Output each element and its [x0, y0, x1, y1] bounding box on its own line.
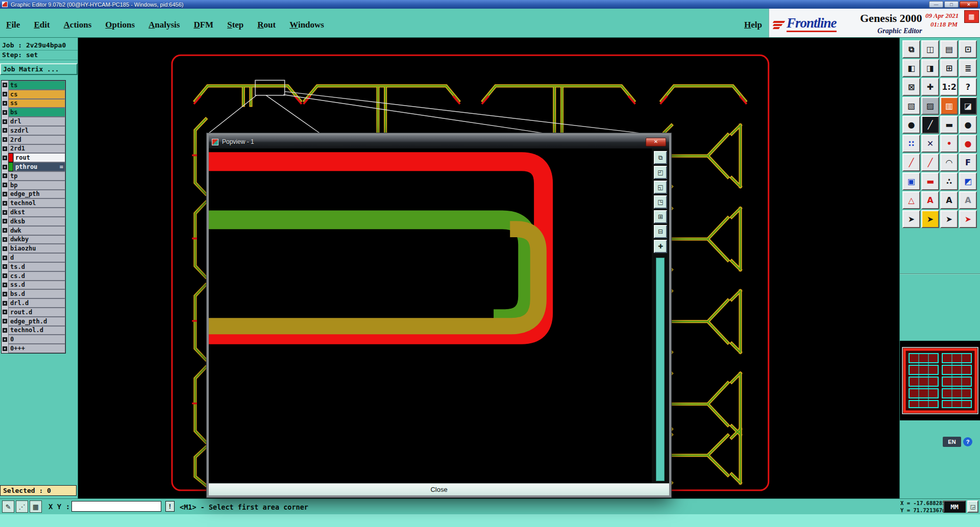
popview-close-button[interactable]: Close	[209, 483, 669, 495]
popview-first-icon[interactable]: ◰	[654, 166, 667, 179]
menu-item-dfm[interactable]: DFM	[193, 20, 213, 30]
delete-mode-icon[interactable]: ✕	[921, 135, 939, 153]
layer-row-d[interactable]: d	[2, 253, 65, 262]
xy-input[interactable]	[71, 501, 161, 512]
layer-row-tp[interactable]: tp	[2, 171, 65, 181]
layer-row-dksb[interactable]: dksb	[2, 217, 65, 226]
active-layer-icon[interactable]: ▥	[940, 97, 958, 115]
layer-row-dwkby[interactable]: dwkby	[2, 235, 65, 244]
pad-display-icon[interactable]: ●	[902, 116, 920, 134]
draw-tool-icon[interactable]: ✎	[2, 500, 14, 513]
dfm-triangle-icon[interactable]: △	[902, 191, 920, 209]
layer-row-cs-d[interactable]: cs.d	[2, 271, 65, 281]
menu-item-edit[interactable]: Edit	[34, 20, 50, 30]
layer-row-bs-d[interactable]: bs.d	[2, 289, 65, 298]
layer-row-rout[interactable]: rout	[2, 153, 65, 162]
overview-thumbnail[interactable]	[902, 347, 978, 414]
layer-row-ts[interactable]: ts	[2, 81, 65, 90]
layer-row-biaozhu[interactable]: biaozhu	[2, 244, 65, 253]
layer-visibility-checkbox[interactable]	[3, 110, 7, 115]
minimize-button[interactable]: —	[929, 1, 943, 8]
pan-left-icon[interactable]: ◧	[902, 59, 920, 77]
new-screen-icon[interactable]: ⧉	[902, 40, 920, 58]
layer-visibility-checkbox[interactable]	[3, 292, 7, 296]
layer-visibility-checkbox[interactable]	[3, 237, 7, 242]
layer-visibility-checkbox[interactable]	[3, 146, 7, 151]
layer-visibility-checkbox[interactable]	[3, 92, 7, 96]
text-box-icon[interactable]: A	[940, 191, 958, 209]
zoom-center-icon[interactable]: ✚	[921, 78, 939, 96]
layer-row-0[interactable]: 0+++	[2, 344, 65, 353]
layer-visibility-checkbox[interactable]	[3, 83, 7, 87]
pan-right-icon[interactable]: ◨	[921, 59, 939, 77]
menu-item-options[interactable]: Options	[105, 20, 135, 30]
pattern-fill-icon[interactable]: ▨	[921, 97, 939, 115]
zoom-ratio-button[interactable]: 1:2	[940, 78, 958, 96]
menu-item-file[interactable]: File	[6, 20, 20, 30]
trace-display-icon[interactable]: ╱	[921, 116, 939, 134]
ime-help-icon[interactable]: ?	[963, 437, 972, 446]
table-tool-icon[interactable]: ▦	[30, 500, 42, 513]
layer-visibility-checkbox[interactable]	[3, 137, 7, 142]
layer-row-technol[interactable]: technol	[2, 198, 65, 208]
layer-visibility-checkbox[interactable]	[3, 310, 7, 314]
snap-grid-icon[interactable]: ∷	[902, 135, 920, 153]
layer-visibility-checkbox[interactable]	[3, 128, 7, 133]
layer-row-technol-d[interactable]: technol.d	[2, 326, 65, 335]
menu-item-help[interactable]: Help	[744, 20, 762, 30]
cascade-windows-icon[interactable]: ≣	[959, 59, 977, 77]
highlight-point-icon[interactable]: •	[940, 135, 958, 153]
layer-row-drl-d[interactable]: drl.d	[2, 298, 65, 308]
layer-visibility-checkbox[interactable]	[3, 319, 7, 323]
draw-line-icon[interactable]: ╱	[902, 154, 920, 171]
draw-arc-icon[interactable]: ◠	[940, 154, 958, 171]
layer-visibility-checkbox[interactable]	[3, 192, 7, 196]
point-display-icon[interactable]: ●	[959, 116, 977, 134]
layer-row-ss-d[interactable]: ss.d	[2, 281, 65, 290]
layer-visibility-checkbox[interactable]	[3, 283, 7, 287]
popview-zoom-out-icon[interactable]: ⊟	[654, 225, 667, 238]
layer-row-2rd1[interactable]: 2rd1	[2, 144, 65, 154]
layer-row-bp[interactable]: bp	[2, 181, 65, 190]
menu-item-actions[interactable]: Actions	[64, 20, 92, 30]
duplicate-screen-icon[interactable]: ◫	[921, 40, 939, 58]
layer-row-drl[interactable]: drl	[2, 117, 65, 126]
netlist-icon[interactable]: ▧	[902, 97, 920, 115]
layer-row-dkst[interactable]: dkst	[2, 208, 65, 217]
select-tool-icon[interactable]: ➤	[902, 210, 920, 228]
select-tool-active-icon[interactable]: ➤	[921, 210, 939, 228]
layer-visibility-checkbox[interactable]	[3, 210, 7, 215]
menu-item-windows[interactable]: Windows	[289, 20, 324, 30]
popview-scrollbar[interactable]	[656, 258, 665, 481]
layer-visibility-checkbox[interactable]	[3, 173, 7, 178]
dot-grid-icon[interactable]: ∴	[940, 172, 958, 190]
help-button[interactable]: ?	[959, 78, 977, 96]
language-badge[interactable]: EN	[943, 437, 961, 447]
layer-visibility-checkbox[interactable]	[3, 301, 7, 306]
layer-visibility-checkbox[interactable]	[3, 246, 7, 251]
flatten-icon[interactable]: F	[959, 154, 977, 171]
layer-visibility-checkbox[interactable]	[3, 156, 7, 160]
snap-tool-icon[interactable]: ⋰	[16, 500, 28, 513]
select-point-icon[interactable]: ●	[959, 135, 977, 153]
origin-anchor-icon[interactable]: ▣	[902, 172, 920, 190]
menu-item-analysis[interactable]: Analysis	[149, 20, 180, 30]
layer-visibility-checkbox[interactable]	[3, 256, 7, 260]
close-button[interactable]: ✕	[960, 1, 978, 8]
units-button[interactable]: MM	[943, 500, 966, 513]
popview-close-icon[interactable]: ✕	[646, 138, 666, 146]
maximize-button[interactable]: □	[944, 1, 959, 8]
popview-prev-icon[interactable]: ◱	[654, 181, 667, 194]
text-dim-icon[interactable]: A	[959, 191, 977, 209]
layer-visibility-checkbox[interactable]	[3, 328, 7, 333]
layer-row-szdrl[interactable]: szdrl	[2, 126, 65, 135]
layer-row-2rd[interactable]: 2rd	[2, 135, 65, 144]
layer-row-dwk[interactable]: dwk	[2, 226, 65, 235]
layer-row-edge-pth[interactable]: edge_pth	[2, 190, 65, 199]
layer-row-rout-d[interactable]: rout.d	[2, 308, 65, 317]
zoom-fit-icon[interactable]: ⊠	[902, 78, 920, 96]
menu-item-step[interactable]: Step	[227, 20, 243, 30]
layer-visibility-checkbox[interactable]	[3, 228, 7, 233]
pick-tool-icon[interactable]: ➤	[940, 210, 958, 228]
layer-visibility-checkbox[interactable]	[3, 264, 7, 269]
